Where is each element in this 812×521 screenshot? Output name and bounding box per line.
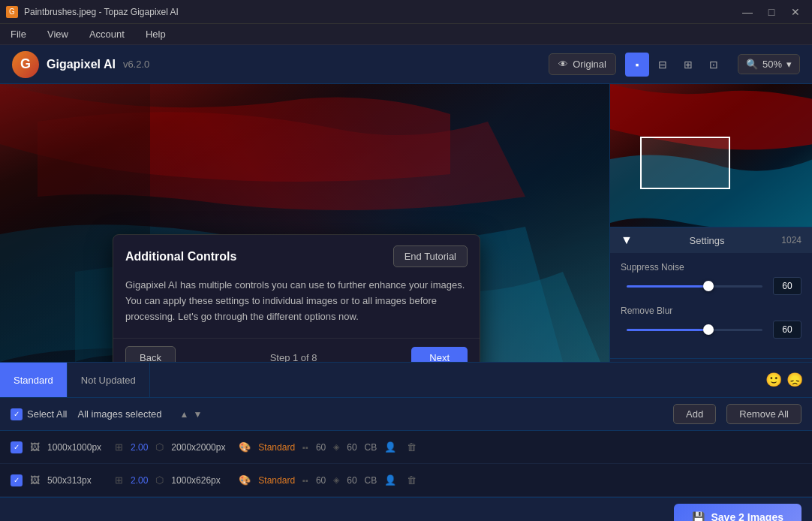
tab-standard[interactable]: Standard — [0, 363, 68, 397]
original-button[interactable]: 👁 Original — [549, 53, 616, 75]
app-icon: G — [6, 6, 18, 18]
window-controls: — □ ✕ — [737, 2, 806, 23]
thumbnail-viewport-box — [640, 137, 730, 189]
end-tutorial-button[interactable]: End Tutorial — [393, 245, 468, 267]
scale-icon-1: ⊞ — [115, 441, 123, 453]
tutorial-body: Gigapixel AI has multiple controls you c… — [113, 275, 480, 335]
save-bar: 💾 Save 2 Images — [0, 497, 812, 521]
row-checkbox-1[interactable]: ✓ — [11, 441, 23, 453]
blur-icon-2: ◈ — [333, 475, 339, 485]
model-icon-1: 🎨 — [239, 441, 251, 453]
settings-label: Settings — [690, 235, 725, 246]
tutorial-footer: Back Step 1 of 8 Next — [113, 338, 480, 362]
zoom-icon: 🔍 — [746, 59, 758, 70]
row-dims-in-2: 500x313px — [47, 475, 107, 486]
add-button[interactable]: Add — [673, 404, 716, 424]
stat2-1: 60 — [347, 442, 356, 453]
image-area: Additional Controls End Tutorial Gigapix… — [0, 84, 609, 362]
step-label: Step 1 of 8 — [270, 352, 317, 362]
smile-icon: 🙂 — [765, 372, 782, 388]
output-icon-2: ⬡ — [155, 474, 164, 486]
image-icon-2: 🖼 — [30, 474, 40, 486]
minimize-button[interactable]: — — [737, 2, 758, 23]
model-badge-2: Standard — [258, 475, 295, 486]
delete-icon-1[interactable]: 🗑 — [407, 441, 417, 453]
brand-icon: G — [12, 51, 39, 78]
menu-bar: File View Account Help — [0, 24, 812, 45]
model-icon-2: 🎨 — [239, 474, 251, 486]
noise-icon-1: ▪▪ — [302, 443, 308, 452]
row-dims-in-1: 1000x1000px — [47, 442, 107, 453]
all-images-selected-label: All images selected — [77, 408, 161, 420]
tutorial-popup: Additional Controls End Tutorial Gigapix… — [113, 234, 480, 362]
row-dims-out-1: 2000x2000px — [171, 442, 231, 453]
cb-label-1: CB — [365, 442, 377, 453]
settings-section-header[interactable]: ▼ Settings 1024 — [610, 227, 812, 253]
select-all-checkbox[interactable]: ✓ — [11, 408, 23, 420]
menu-account[interactable]: Account — [85, 27, 129, 41]
remove-blur-value: 60 — [773, 321, 801, 339]
save-label: Save 2 Images — [711, 511, 783, 522]
menu-file[interactable]: File — [6, 27, 31, 41]
stat1-2: 60 — [316, 475, 326, 486]
tab-not-updated[interactable]: Not Updated — [68, 363, 150, 397]
row-checkbox-2[interactable]: ✓ — [11, 474, 23, 486]
cb-label-2: CB — [365, 475, 377, 486]
zoom-control[interactable]: 🔍 50% ▾ — [738, 54, 800, 74]
model-badge-1: Standard — [258, 442, 295, 453]
stat2-2: 60 — [347, 475, 356, 486]
sort-arrows: ▲ ▼ — [178, 409, 203, 420]
table-row: ✓ 🖼 500x313px ⊞ 2.00 ⬡ 1000x626px 🎨 Stan… — [0, 464, 812, 497]
menu-view[interactable]: View — [43, 27, 73, 41]
maximize-button[interactable]: □ — [761, 2, 782, 23]
view-grid[interactable]: ⊡ — [702, 53, 726, 77]
person-icon-2: 👤 — [384, 474, 396, 486]
stat1-1: 60 — [316, 442, 326, 453]
view-controls: 👁 Original ▪ ⊟ ⊞ ⊡ 🔍 50% ▾ — [549, 53, 800, 77]
remove-blur-control: Remove Blur 60 — [621, 306, 801, 339]
suppress-noise-value: 60 — [773, 277, 801, 295]
eye-icon: 👁 — [558, 59, 568, 70]
settings-collapse-icon: ▼ — [621, 233, 633, 247]
save-button[interactable]: 💾 Save 2 Images — [674, 504, 801, 522]
view-single[interactable]: ▪ — [625, 53, 649, 77]
view-split-v[interactable]: ⊞ — [676, 53, 700, 77]
remove-blur-row: 60 — [621, 321, 801, 339]
menu-help[interactable]: Help — [141, 27, 170, 41]
next-button[interactable]: Next — [411, 347, 468, 362]
select-all-wrap: ✓ Select All — [11, 408, 67, 420]
settings-toggle-value: 1024 — [781, 235, 801, 245]
scale-icon-2: ⊞ — [115, 474, 123, 486]
suppress-noise-control: Suppress Noise 60 — [621, 262, 801, 295]
view-split-h[interactable]: ⊟ — [651, 53, 675, 77]
suppress-noise-row: 60 — [621, 277, 801, 295]
suppress-noise-slider[interactable] — [627, 285, 762, 288]
row-dims-out-2: 1000x626px — [171, 475, 231, 486]
emoji-row: 🙂 😞 — [756, 372, 812, 388]
tutorial-header: Additional Controls End Tutorial — [113, 235, 480, 275]
remove-blur-slider[interactable] — [627, 329, 762, 331]
remove-all-button[interactable]: Remove All — [726, 404, 801, 424]
view-modes: ▪ ⊟ ⊞ ⊡ — [625, 53, 726, 77]
sad-icon: 😞 — [786, 372, 803, 388]
back-button[interactable]: Back — [125, 346, 176, 362]
window-title: Paintbrushes.jpeg - Topaz Gigapixel AI — [24, 7, 179, 17]
additional-settings-header[interactable]: ▼ Additional Settings ? — [610, 358, 812, 362]
sort-up-arrow[interactable]: ▲ — [178, 409, 190, 420]
app-brand: G Gigapixel AI v6.2.0 — [12, 51, 149, 78]
zoom-value: 50% — [762, 59, 782, 70]
remove-blur-label: Remove Blur — [621, 306, 801, 316]
close-button[interactable]: ✕ — [785, 2, 806, 23]
preview-thumbnail — [610, 84, 812, 227]
sort-down-arrow[interactable]: ▼ — [191, 409, 203, 420]
image-icon-1: 🖼 — [30, 441, 40, 453]
bottom-tabs: Standard Not Updated 🙂 😞 — [0, 362, 812, 398]
original-label: Original — [573, 59, 606, 70]
right-panel: ▼ Settings 1024 Suppress Noise 60 Remove… — [609, 84, 812, 362]
table-row: ✓ 🖼 1000x1000px ⊞ 2.00 ⬡ 2000x2000px 🎨 S… — [0, 431, 812, 464]
noise-icon-2: ▪▪ — [302, 476, 308, 485]
app-bar: G Gigapixel AI v6.2.0 👁 Original ▪ ⊟ ⊞ ⊡… — [0, 45, 812, 84]
image-rows-area: ✓ 🖼 1000x1000px ⊞ 2.00 ⬡ 2000x2000px 🎨 S… — [0, 431, 812, 497]
delete-icon-2[interactable]: 🗑 — [407, 474, 417, 486]
scale-value-2: 2.00 — [131, 475, 148, 486]
